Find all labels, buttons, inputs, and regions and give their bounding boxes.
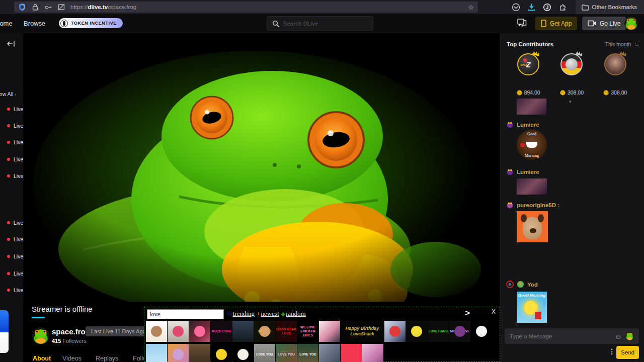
emote-art [173, 326, 184, 337]
emote-pikachu-heart[interactable] [211, 344, 232, 362]
emote-bunny-hearts[interactable] [168, 344, 189, 362]
emote-pink-bunny[interactable] [362, 344, 383, 362]
emote-love-you-scene[interactable]: LOVE YOU [276, 344, 297, 362]
sticker-picker-icon[interactable] [625, 332, 634, 340]
lock-icon[interactable] [31, 3, 39, 11]
collapse-sidebar-icon[interactable] [7, 40, 15, 47]
nav-browse[interactable]: Browse [24, 20, 45, 27]
emote-search-input[interactable] [147, 309, 224, 319]
emote-cat-love-you[interactable]: LOVE YOU [254, 344, 275, 362]
pocket-extension-icon[interactable] [512, 3, 520, 12]
live-channel-item[interactable]: Live [7, 156, 23, 162]
download-icon[interactable] [527, 3, 536, 12]
tab-about[interactable]: About [33, 355, 51, 362]
emote-sky-plane[interactable] [146, 344, 167, 362]
emote-bear-hug-plush[interactable] [232, 344, 254, 362]
extension-badge-icon[interactable] [543, 3, 551, 12]
emote-anime-girl-hug-heart[interactable] [189, 321, 210, 342]
sticker-good-morning-coffee[interactable]: Good Morning [517, 130, 547, 160]
live-channel-item[interactable]: Live [7, 123, 23, 129]
contributor-1[interactable]: BNut Z 894.00 [511, 53, 546, 96]
nav-home[interactable]: Home [0, 20, 13, 27]
search-input[interactable]: Search DLive [267, 16, 373, 31]
get-app-button[interactable]: Get App [535, 17, 577, 30]
emote-red-heart-card[interactable] [341, 344, 362, 362]
emote-shy-bear[interactable] [146, 321, 167, 342]
emote-art [259, 326, 270, 337]
emote-love-gang[interactable]: LOVE GANG [428, 321, 449, 342]
emote-one-love-guy[interactable]: one love [254, 321, 275, 342]
emote-wolves-nuzzle[interactable] [319, 344, 340, 362]
other-bookmarks-label: Other Bookmarks [592, 4, 637, 10]
chat-options-icon[interactable]: ⋮ [608, 347, 615, 355]
contributor-badge-icon [506, 168, 514, 175]
emote-anime-girl-silver-hair[interactable] [384, 321, 406, 342]
emote-dog-heart-glasses[interactable] [168, 321, 189, 342]
emote-filter-trending[interactable]: ☆trending [226, 310, 255, 318]
channel-avatar[interactable] [32, 327, 49, 344]
emote-white-dab-figure[interactable] [471, 321, 492, 342]
channel-thumbnail-partial[interactable] [0, 310, 9, 353]
next-page-arrow[interactable]: > [465, 308, 470, 318]
show-all-link[interactable]: Show All› [0, 91, 16, 97]
sticker-cartoon-dog[interactable] [517, 211, 548, 242]
emote-art [454, 326, 465, 337]
tracking-shield-icon[interactable] [18, 3, 26, 11]
tab-replays[interactable]: Replays [96, 355, 118, 362]
camera-icon [588, 20, 596, 27]
puzzle-extension-icon[interactable] [558, 3, 567, 12]
sticker-good-morning-sun[interactable]: Good Morning [517, 292, 547, 323]
emote-heart-much-love[interactable]: MUCH LOVE [449, 321, 470, 342]
close-panel-button[interactable]: X [492, 308, 496, 315]
permissions-key-icon[interactable] [44, 3, 52, 11]
bookmark-star-icon[interactable]: ☆ [468, 4, 474, 11]
live-channel-item[interactable]: Live [7, 220, 23, 226]
emote-coco-bear-love[interactable]: COCO BEAR LOVE [276, 321, 297, 342]
avatar-text: BNut [520, 63, 527, 66]
emote-hedgehog-love-you[interactable]: LOVE YOU [297, 344, 318, 362]
emote-filter-newest[interactable]: +newest [257, 310, 279, 318]
menu-icon[interactable]: ≡ [635, 40, 639, 48]
tab-videos[interactable]: Videos [62, 355, 82, 362]
expand-contributors-icon[interactable]: ▾ [569, 99, 572, 104]
chat-message-input[interactable]: Type a Message ☺ [505, 328, 639, 344]
images-blocked-icon[interactable] [57, 3, 65, 11]
live-channel-item[interactable]: Live [7, 253, 23, 259]
sticker-woman-face[interactable] [517, 178, 547, 195]
emote-crowd-photo[interactable] [232, 321, 254, 342]
token-incentive-badge[interactable]: TOKEN INCENTIVE [59, 18, 123, 28]
period-selector[interactable]: This month [605, 41, 631, 47]
live-channel-item[interactable]: Live [7, 173, 23, 179]
emoji-picker-icon[interactable]: ☺ [615, 332, 622, 340]
emote-anime-girl-dark-hair[interactable] [319, 321, 340, 342]
emote-anchorman-suits[interactable] [189, 344, 210, 362]
emote-happy-birthday-loveshack[interactable]: Happy Birthday LoveShack [341, 321, 384, 342]
messages-icon[interactable] [517, 19, 527, 27]
live-channel-item[interactable]: Live [7, 270, 23, 277]
emote-label: LOVE YOU [297, 352, 318, 357]
user-avatar-icon [506, 281, 514, 288]
live-channel-item[interactable]: Live [7, 139, 23, 145]
contributor-2[interactable]: 308.00 [554, 53, 589, 96]
live-channel-item[interactable]: Live [7, 106, 23, 112]
dog-nose [530, 228, 536, 233]
emote-we-love-chicken-girls[interactable]: WE LOVE CHICKEN GIRLS [297, 321, 318, 342]
live-dot-icon [7, 158, 10, 161]
emote-art [194, 326, 205, 337]
send-button[interactable]: Send [616, 346, 639, 359]
mug-icon [535, 312, 541, 319]
emote-picker-panel: ☆trending +newest ◆random > X MUCH LOVEo… [144, 307, 500, 362]
emote-much-love[interactable]: MUCH LOVE [211, 321, 232, 342]
other-bookmarks-button[interactable]: Other Bookmarks [576, 0, 644, 14]
channel-name[interactable]: space.frog [52, 327, 90, 336]
user-avatar[interactable] [624, 17, 638, 30]
live-channel-item[interactable]: Live [7, 287, 23, 293]
live-dot-icon [7, 108, 10, 111]
contributor-3[interactable]: 308.00 [598, 53, 633, 96]
lemon-currency-icon [560, 90, 566, 96]
url-bar[interactable]: https://dlive.tv/space.frog ☆ [14, 2, 478, 13]
emote-spongebob-flowers[interactable] [406, 321, 427, 342]
live-channel-item[interactable]: Live [7, 236, 23, 242]
emote-filter-random[interactable]: ◆random [281, 310, 306, 318]
go-live-button[interactable]: Go Live [582, 17, 626, 30]
